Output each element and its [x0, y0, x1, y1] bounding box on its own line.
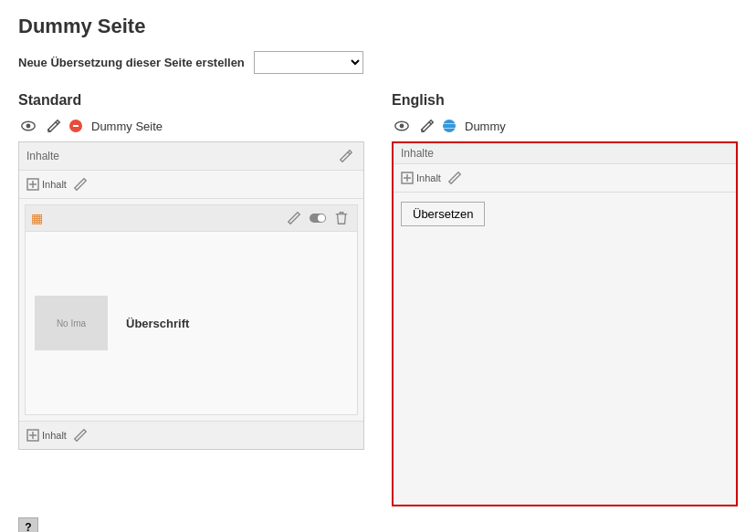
- standard-page-icon: [69, 120, 82, 132]
- content-block-edit-button[interactable]: [284, 208, 304, 228]
- standard-inhalte-edit-button[interactable]: [336, 146, 356, 166]
- standard-add-edit-button[interactable]: [70, 174, 90, 194]
- help-button[interactable]: ?: [18, 517, 38, 532]
- english-globe-icon: [443, 120, 456, 132]
- english-add-edit-button[interactable]: [445, 168, 465, 188]
- standard-footer-add-inhalt-button[interactable]: Inhalt: [26, 429, 67, 442]
- english-inhalte-label: Inhalte: [401, 147, 434, 160]
- translation-language-select[interactable]: Deutsch Français: [254, 51, 363, 74]
- standard-add-inhalt-button[interactable]: Inhalt: [26, 178, 67, 191]
- standard-inhalte-label: Inhalte: [26, 150, 59, 162]
- standard-footer-inhalt-label: Inhalt: [42, 430, 67, 441]
- standard-view-button[interactable]: [18, 116, 38, 136]
- standard-inhalte-section: Inhalte Inhalt: [18, 141, 364, 450]
- english-page-name: Dummy: [465, 120, 506, 133]
- standard-column-title: Standard: [18, 92, 364, 109]
- standard-edit-button[interactable]: [44, 116, 64, 136]
- standard-inhalt-label: Inhalt: [42, 179, 67, 190]
- english-view-button[interactable]: [392, 116, 412, 136]
- content-block-icon: ▦: [31, 211, 43, 225]
- standard-page-name: Dummy Seite: [91, 120, 163, 133]
- english-edit-button[interactable]: [417, 116, 437, 136]
- english-column-title: English: [392, 92, 738, 109]
- content-block-delete-button[interactable]: [331, 208, 352, 228]
- no-image-placeholder: No Ima: [35, 296, 108, 350]
- neue-uebersetzung-label: Neue Übersetzung dieser Seite erstellen: [18, 56, 245, 69]
- uebersetzen-button[interactable]: Übersetzen: [401, 202, 485, 226]
- ueberschrift-text: Überschrift: [126, 317, 189, 330]
- content-block-toggle[interactable]: [310, 214, 326, 223]
- english-inhalt-label: Inhalt: [416, 172, 441, 183]
- standard-content-block: ▦: [25, 204, 358, 415]
- english-add-inhalt-button[interactable]: Inhalt: [401, 172, 441, 184]
- svg-point-1: [26, 124, 31, 129]
- english-inhalte-section: Inhalte Inhalt: [392, 141, 738, 506]
- svg-point-9: [400, 124, 404, 129]
- page-title: Dummy Seite: [18, 15, 738, 38]
- standard-footer-edit-button[interactable]: [70, 425, 90, 445]
- no-image-label: No Ima: [57, 318, 86, 329]
